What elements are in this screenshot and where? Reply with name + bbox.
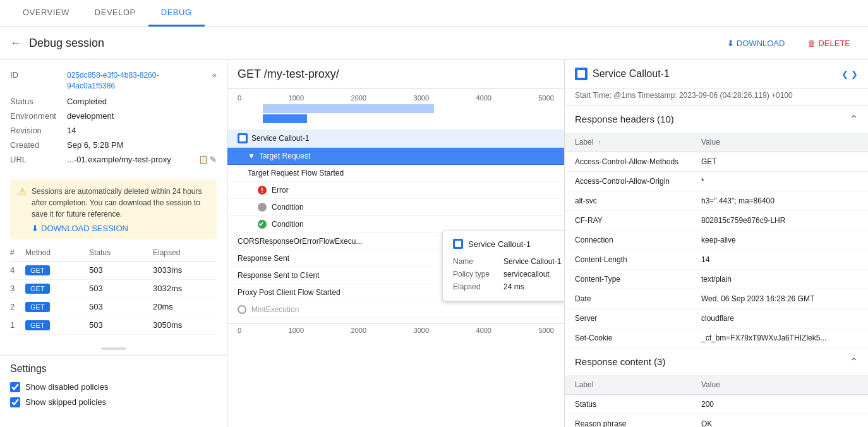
info-row-revision: Revision 14 — [10, 123, 217, 138]
response-content-table: Label Value Status200 Reason phraseOK Bo… — [565, 375, 868, 427]
download-session-icon: ⬇ — [32, 224, 39, 233]
response-headers-col-value: Value — [691, 133, 868, 152]
url-label: URL — [10, 155, 67, 164]
response-content-title: Response content (3) — [575, 356, 665, 367]
chevron-down-icon: ▼ — [248, 152, 255, 160]
tooltip-policy-value: servicecallout — [503, 270, 550, 279]
info-row-url: URL ...-01.example/my-test-proxy 📋 ✎ — [10, 152, 217, 167]
axis-bottom: 0 1000 2000 3000 4000 5000 — [227, 323, 564, 337]
show-skipped-checkbox[interactable] — [10, 397, 20, 407]
timeline-bar-dark — [263, 114, 307, 123]
show-skipped-row: Show skipped policies — [10, 397, 217, 407]
col-header-status: Status — [89, 248, 153, 257]
response-header-row: Set-Cookie_cf_bm=FX79xT9WXvJa6THIZlek5..… — [565, 328, 868, 348]
next-icon[interactable]: ❯ — [851, 69, 858, 79]
header-actions: ⬇ DOWNLOAD 🗑 DELETE — [720, 35, 858, 52]
response-content-toggle[interactable]: Response content (3) ⌃ — [565, 348, 868, 375]
response-header-row: Content-Length14 — [565, 250, 868, 270]
response-content-row: Status200 — [565, 395, 868, 414]
response-headers-toggle[interactable]: Response headers (10) ⌃ — [565, 105, 868, 133]
tab-debug[interactable]: DEBUG — [148, 0, 205, 27]
environment-value: development — [67, 111, 217, 121]
response-content-chevron: ⌃ — [850, 356, 858, 368]
revision-label: Revision — [10, 126, 67, 135]
download-icon: ⬇ — [727, 39, 734, 48]
response-header-row: Servercloudflare — [565, 309, 868, 328]
row-method: GET — [25, 284, 89, 294]
table-row[interactable]: 4 GET 503 3033ms — [10, 262, 217, 280]
tooltip-row-elapsed: Elapsed 24 ms — [453, 280, 565, 293]
target-request-label: Target Request — [259, 152, 310, 160]
row-status: 503 — [89, 265, 153, 275]
row-method: GET — [25, 302, 89, 312]
settings-section: Settings Show disabled policies Show ski… — [0, 355, 227, 420]
table-header: # Method Status Elapsed — [10, 244, 217, 262]
response-headers-section: Response headers (10) ⌃ Label ↑ Value Ac… — [565, 105, 868, 348]
download-session-link[interactable]: ⬇ DOWNLOAD SESSION — [32, 224, 209, 233]
show-skipped-label: Show skipped policies — [25, 397, 106, 407]
warning-text: Sessions are automatically deleted withi… — [32, 187, 202, 219]
back-button[interactable]: ← — [10, 37, 21, 50]
id-value: 025dc858-e3f0-4b83-8260-94ac0a1f5386 — [67, 70, 159, 92]
prev-icon[interactable]: ❮ — [841, 69, 848, 79]
collapse-icon[interactable]: « — [212, 70, 217, 80]
warning-box: ⚠ Sessions are automatically deleted wit… — [10, 179, 217, 239]
center-title: GET /my-test-proxy/ — [227, 60, 564, 89]
sort-icon[interactable]: ↑ — [598, 139, 601, 146]
response-content-section: Response content (3) ⌃ Label Value Statu… — [565, 348, 868, 427]
show-disabled-row: Show disabled policies — [10, 382, 217, 392]
created-label: Created — [10, 140, 67, 150]
id-label: ID — [10, 70, 67, 80]
info-row-status: Status Completed — [10, 94, 217, 109]
page-title: Debug session — [29, 37, 720, 50]
copy-icon[interactable]: 📋 — [198, 155, 208, 164]
tab-develop[interactable]: DEVELOP — [82, 0, 148, 27]
flow-item-target[interactable]: ▼ Target Request — [227, 148, 564, 165]
edit-icon[interactable]: ✎ — [210, 155, 217, 164]
callout-label: Service Callout-1 — [251, 134, 309, 143]
delete-button[interactable]: 🗑 DELETE — [800, 35, 858, 52]
tooltip-title: Service Callout-1 — [468, 239, 531, 249]
col-header-method: Method — [25, 248, 89, 257]
warning-icon: ⚠ — [18, 186, 27, 198]
row-method: GET — [25, 265, 89, 275]
tooltip-name-value: Service Callout-1 — [503, 257, 561, 266]
response-header-row: CF-RAY802815c759e876c9-LHR — [565, 211, 868, 231]
row-num: 2 — [10, 302, 25, 311]
mint-dot-icon — [238, 305, 246, 314]
left-panel: ID 025dc858-e3f0-4b83-8260-94ac0a1f5386 … — [0, 60, 227, 427]
tooltip-row-name: Name Service Callout-1 — [453, 255, 565, 268]
show-disabled-checkbox[interactable] — [10, 382, 20, 392]
row-elapsed: 3050ms — [153, 320, 217, 330]
response-headers-col-label: Label ↑ — [565, 133, 691, 152]
condition-green-label: Condition — [272, 220, 304, 229]
tooltip-row-policy-type: Policy type servicecallout — [453, 268, 565, 280]
response-header-row: Access-Control-Allow-MethodsGET — [565, 152, 868, 172]
response-headers-chevron: ⌃ — [850, 113, 858, 125]
session-info: ID 025dc858-e3f0-4b83-8260-94ac0a1f5386 … — [0, 60, 227, 174]
tooltip-elapsed-value: 24 ms — [503, 282, 524, 291]
table-row[interactable]: 3 GET 503 3032ms — [10, 280, 217, 298]
response-header-row: Connectionkeep-alive — [565, 231, 868, 250]
revision-value: 14 — [67, 126, 217, 135]
created-value: Sep 6, 5:28 PM — [67, 140, 217, 150]
table-row[interactable]: 2 GET 503 20ms — [10, 298, 217, 316]
info-row-environment: Environment development — [10, 109, 217, 123]
flow-item-callout[interactable]: Service Callout-1 — [227, 129, 564, 148]
download-button[interactable]: ⬇ DOWNLOAD — [720, 35, 793, 52]
table-row[interactable]: 1 GET 503 3050ms — [10, 316, 217, 335]
page-header: ← Debug session ⬇ DOWNLOAD 🗑 DELETE — [0, 27, 868, 60]
row-status: 503 — [89, 284, 153, 293]
info-row-id: ID 025dc858-e3f0-4b83-8260-94ac0a1f5386 … — [10, 68, 217, 94]
top-nav: OVERVIEW DEVELOP DEBUG — [0, 0, 868, 27]
right-panel-nav[interactable]: ❮ ❯ — [841, 69, 858, 79]
row-elapsed: 3032ms — [153, 284, 217, 293]
flow-started-label: Target Request Flow Started — [248, 169, 344, 177]
tooltip-name-label: Name — [453, 257, 503, 266]
flow-item-text: Target Request Flow Started — [227, 165, 564, 182]
center-panel: GET /my-test-proxy/ 0 1000 2000 3000 400… — [227, 60, 565, 427]
response-content-col-value: Value — [691, 375, 868, 395]
response-header-row: Content-Typetext/plain — [565, 270, 868, 289]
tab-overview[interactable]: OVERVIEW — [10, 0, 82, 27]
row-method: GET — [25, 320, 89, 330]
